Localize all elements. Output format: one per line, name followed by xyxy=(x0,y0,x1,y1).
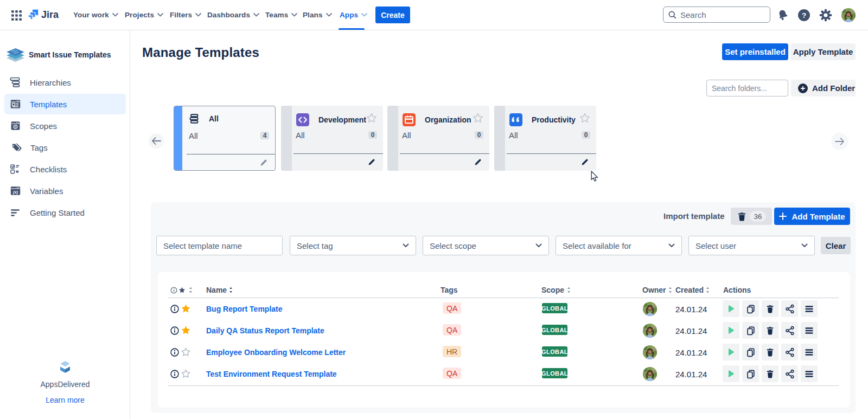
svg-text:?: ? xyxy=(802,11,806,20)
svg-text:(x): (x) xyxy=(13,190,18,195)
